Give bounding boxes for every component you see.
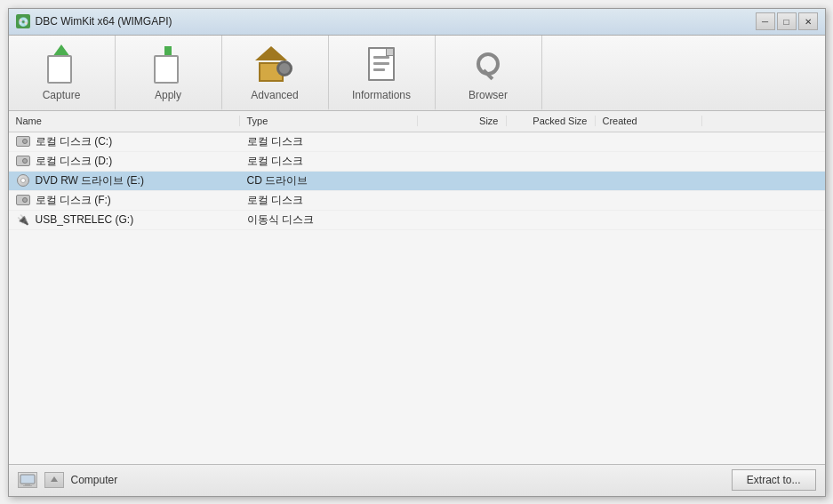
svg-rect-0: [20, 475, 35, 484]
svg-marker-3: [51, 476, 58, 482]
hdd-icon: [16, 155, 30, 167]
extract-button[interactable]: Extract to...: [732, 469, 816, 491]
toolbar-capture[interactable]: Capture: [9, 36, 116, 110]
apply-label: Apply: [155, 89, 181, 101]
info-line1: [373, 56, 389, 59]
info-fold: [386, 49, 393, 56]
col-name: Name: [9, 116, 240, 126]
title-bar-left: 💿 DBC WimKit x64 (WIMGAPI): [16, 14, 172, 28]
drive-name: 로컬 디스크 (C:): [36, 134, 113, 149]
col-type: Type: [240, 116, 418, 126]
apply-icon-wrap: [147, 43, 189, 85]
cell-name: DVD RW 드라이브 (E:): [9, 173, 240, 188]
toolbar-browser[interactable]: Browser: [436, 36, 542, 110]
cell-name: 로컬 디스크 (D:): [9, 154, 240, 169]
status-bar: Computer Extract to...: [9, 464, 825, 496]
cd-icon: [16, 174, 30, 187]
cell-type: 로컬 디스크: [240, 134, 418, 149]
capture-icon: [42, 44, 81, 84]
drive-name: USB_STRELEC (G:): [36, 213, 134, 226]
table-row[interactable]: 로컬 디스크 (F:)로컬 디스크: [9, 191, 825, 211]
status-left: Computer: [18, 472, 118, 488]
col-size: Size: [418, 116, 507, 126]
table-row[interactable]: 로컬 디스크 (D:)로컬 디스크: [9, 152, 825, 172]
advanced-gear: [276, 60, 292, 76]
advanced-icon: [255, 44, 294, 84]
svg-rect-2: [23, 485, 32, 486]
toolbar-apply[interactable]: Apply: [116, 36, 222, 110]
browser-icon: [469, 44, 508, 84]
browser-icon-wrap: [467, 43, 509, 85]
table-row[interactable]: 로컬 디스크 (C:)로컬 디스크: [9, 132, 825, 152]
capture-icon-wrap: [40, 43, 83, 85]
close-button[interactable]: ✕: [798, 12, 818, 30]
apply-doc: [154, 55, 179, 84]
apply-icon: [148, 44, 188, 84]
cell-type: 로컬 디스크: [240, 193, 418, 208]
window-title: DBC WimKit x64 (WIMGAPI): [36, 15, 172, 28]
col-created: Created: [596, 116, 702, 126]
apply-stem: [164, 46, 172, 55]
info-doc: [368, 47, 395, 81]
drive-name: 로컬 디스크 (D:): [36, 154, 113, 169]
toolbar-informations[interactable]: Informations: [329, 36, 436, 110]
toolbar-advanced[interactable]: Advanced: [222, 36, 329, 110]
advanced-label: Advanced: [251, 89, 298, 101]
minimize-button[interactable]: ─: [756, 12, 775, 30]
cell-name: 로컬 디스크 (F:): [9, 193, 240, 208]
drive-name: 로컬 디스크 (F:): [36, 193, 111, 208]
up-arrow-svg: [49, 475, 60, 485]
table-body: 로컬 디스크 (C:)로컬 디스크로컬 디스크 (D:)로컬 디스크DVD RW…: [9, 132, 825, 464]
computer-icon: [18, 472, 37, 488]
toolbar: Capture Apply: [9, 36, 825, 111]
table-area: Name Type Size Packed Size Created 로컬 디스…: [9, 111, 825, 464]
hdd-icon: [16, 135, 30, 148]
computer-svg: [20, 474, 36, 486]
info-icon: [362, 44, 401, 84]
browser-label: Browser: [469, 89, 508, 101]
info-line3: [373, 68, 385, 71]
main-window: 💿 DBC WimKit x64 (WIMGAPI) ─ □ ✕ Capture: [8, 8, 826, 497]
advanced-roof: [255, 46, 287, 60]
drive-name: DVD RW 드라이브 (E:): [36, 173, 144, 188]
magnifier-group: [477, 52, 500, 76]
col-packed: Packed Size: [507, 116, 596, 126]
info-line2: [373, 62, 389, 65]
up-arrow-icon[interactable]: [44, 472, 64, 488]
title-bar: 💿 DBC WimKit x64 (WIMGAPI) ─ □ ✕: [9, 9, 825, 36]
table-row[interactable]: DVD RW 드라이브 (E:)CD 드라이브: [9, 172, 825, 191]
capture-doc: [47, 55, 72, 84]
current-path: Computer: [71, 474, 118, 486]
cell-type: CD 드라이브: [240, 173, 418, 188]
info-icon-wrap: [360, 43, 403, 85]
hdd-icon: [16, 194, 30, 206]
app-icon: 💿: [16, 14, 30, 28]
cell-type: 로컬 디스크: [240, 154, 418, 169]
cell-type: 이동식 디스크: [240, 212, 418, 228]
cell-name: 🔌USB_STRELEC (G:): [9, 213, 240, 226]
advanced-icon-wrap: [253, 43, 296, 85]
table-header: Name Type Size Packed Size Created: [9, 111, 825, 132]
svg-rect-1: [25, 484, 30, 485]
info-label: Informations: [352, 89, 411, 101]
capture-label: Capture: [43, 89, 81, 101]
usb-icon: 🔌: [16, 213, 30, 226]
cell-name: 로컬 디스크 (C:): [9, 134, 240, 149]
maximize-button[interactable]: □: [777, 12, 797, 30]
title-buttons: ─ □ ✕: [756, 12, 818, 30]
table-row[interactable]: 🔌USB_STRELEC (G:)이동식 디스크: [9, 211, 825, 230]
